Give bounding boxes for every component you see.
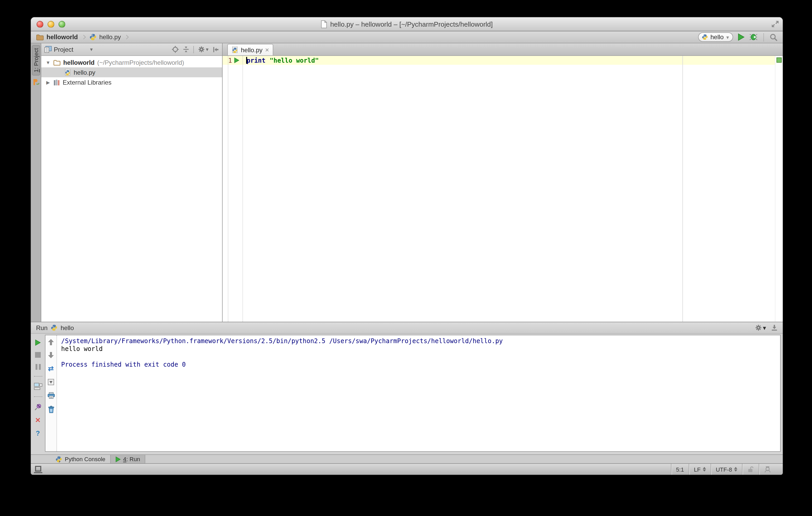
main-toolbar: helloworld hello.py hello ▾ <box>31 31 783 43</box>
fullscreen-icon[interactable] <box>771 20 779 28</box>
editor-tab-hello-py[interactable]: hello.py × <box>227 44 273 55</box>
tree-collapse-icon[interactable]: ▶ <box>46 80 51 85</box>
run-panel-title: Run <box>36 324 48 331</box>
close-console-button[interactable]: ✕ <box>35 417 41 424</box>
chevron-down-icon[interactable]: ▾ <box>90 47 93 52</box>
project-panel-toolbar: ▾ <box>172 46 219 53</box>
breadcrumb-file[interactable]: hello.py <box>99 33 121 41</box>
settings-gear-icon[interactable]: ▾ <box>198 46 208 53</box>
breadcrumb-project[interactable]: helloworld <box>47 33 78 41</box>
stripe-tab-project[interactable]: 1: Project <box>32 45 40 75</box>
run-tool-window: Run hello ▾ <box>31 322 783 454</box>
scroll-to-end-icon[interactable] <box>48 378 54 386</box>
run-tab-icon <box>115 456 120 462</box>
tree-expand-icon[interactable]: ▼ <box>46 60 51 65</box>
run-button[interactable] <box>738 33 745 41</box>
status-bar: 5:1 LF UTF-8 <box>31 463 783 475</box>
document-icon <box>321 20 327 28</box>
run-panel-body: ✕ ? ⇄ <box>31 334 783 454</box>
editor-body[interactable]: 1 print "hello world" <box>223 56 783 322</box>
settings-gear-icon[interactable]: ▾ <box>755 324 766 331</box>
run-line-icon[interactable] <box>234 57 239 63</box>
hide-panel-icon[interactable] <box>213 46 219 53</box>
python-icon <box>701 34 708 40</box>
updown-icon <box>734 467 737 472</box>
run-config-label: hello <box>61 324 74 331</box>
folder-icon <box>53 59 61 65</box>
project-panel-title[interactable]: Project <box>54 46 74 53</box>
error-stripe <box>775 56 783 322</box>
toolbar-right: hello ▾ <box>698 32 778 42</box>
code-area[interactable]: print "hello world" <box>243 56 775 322</box>
run-configuration-name: hello <box>710 33 724 41</box>
code-string: "hello world" <box>270 57 319 64</box>
pycharm-tool-icon[interactable] <box>32 79 39 86</box>
encoding-widget[interactable]: UTF-8 <box>710 464 742 475</box>
console-output[interactable]: /System/Library/Frameworks/Python.framew… <box>57 335 780 451</box>
zoom-window-button[interactable] <box>59 21 65 27</box>
tree-file-name: hello.py <box>74 69 95 76</box>
title-bar: hello.py – helloworld – [~/PycharmProjec… <box>31 17 783 31</box>
pin-tab-icon[interactable] <box>34 403 41 411</box>
panel-toolbar-separator <box>193 46 194 53</box>
tab-python-console[interactable]: Python Console <box>51 455 110 463</box>
tree-row-helloworld[interactable]: ▼ helloworld (~/PycharmProjects/hellowor… <box>41 57 222 67</box>
hide-panel-down-icon[interactable] <box>771 324 778 331</box>
tree-row-external-libraries[interactable]: ▶ External Libraries <box>41 77 222 87</box>
rerun-button[interactable] <box>35 339 41 346</box>
chevron-down-icon: ▾ <box>726 34 729 40</box>
inspection-status-icon[interactable] <box>777 57 782 63</box>
debug-button[interactable] <box>749 33 758 41</box>
project-panel-header: Project ▾ ▾ <box>41 43 222 56</box>
minimize-window-button[interactable] <box>48 21 54 27</box>
stripes-underbar <box>34 472 42 473</box>
search-icon[interactable] <box>770 33 778 41</box>
code-keyword: print <box>246 57 265 64</box>
close-tab-icon[interactable]: × <box>265 47 269 53</box>
status-bar-widgets: 5:1 LF UTF-8 <box>671 464 783 475</box>
resize-grip[interactable] <box>776 464 783 475</box>
desktop: hello.py – helloworld – [~/PycharmProjec… <box>0 0 812 516</box>
editor-area: hello.py × 1 <box>223 43 783 322</box>
up-stacktrace-icon[interactable] <box>48 339 54 345</box>
gutter-separator <box>228 56 228 322</box>
run-configuration-select[interactable]: hello ▾ <box>698 32 733 42</box>
chevron-down-icon: ▾ <box>763 324 766 331</box>
line-separator-widget[interactable]: LF <box>689 464 710 475</box>
run-header-toolbar: ▾ <box>755 324 778 331</box>
stop-button[interactable] <box>35 352 41 358</box>
restore-layout-icon[interactable] <box>34 383 42 390</box>
project-tree: ▼ helloworld (~/PycharmProjects/hellowor… <box>41 56 222 322</box>
main-area: 1: Project Project ▾ <box>31 43 783 322</box>
tab-python-console-label: Python Console <box>65 456 105 462</box>
tab-run[interactable]: 4: Run <box>110 455 145 463</box>
highlighting-level-widget[interactable] <box>759 464 776 475</box>
soft-wrap-icon[interactable]: ⇄ <box>48 365 54 372</box>
caret-position-value: 5:1 <box>676 466 684 473</box>
console-stdout-line: hello world <box>61 345 776 353</box>
stripe-tab-mnemonic: 1 <box>33 69 39 72</box>
help-button[interactable]: ? <box>36 430 40 436</box>
clear-all-trash-icon[interactable] <box>48 406 54 413</box>
toggle-stripes-button[interactable] <box>34 465 42 473</box>
window-title-wrap: hello.py – helloworld – [~/PycharmProjec… <box>31 20 783 28</box>
console-frame: ⇄ /System/Library/Frameworks/Python.fram… <box>45 335 781 452</box>
collapse-all-icon[interactable] <box>183 46 189 53</box>
tab-run-label: 4: Run <box>123 456 140 462</box>
unlock-icon <box>747 466 754 473</box>
caret-position-widget[interactable]: 5:1 <box>671 464 689 475</box>
lock-widget[interactable] <box>742 464 759 475</box>
right-margin-guide <box>683 56 683 322</box>
locate-file-icon[interactable] <box>172 46 179 53</box>
project-panel: Project ▾ ▾ <box>41 43 223 322</box>
tree-libraries-label: External Libraries <box>63 79 112 86</box>
close-window-button[interactable] <box>36 21 44 27</box>
down-stacktrace-icon[interactable] <box>48 352 54 358</box>
run-panel-header: Run hello ▾ <box>31 322 783 334</box>
library-books-icon <box>53 79 60 86</box>
console-blank-line <box>61 353 776 361</box>
pause-button[interactable] <box>35 364 40 370</box>
updown-icon <box>703 467 706 472</box>
print-icon[interactable] <box>47 392 55 399</box>
tree-row-hello-py[interactable]: hello.py <box>41 67 222 77</box>
